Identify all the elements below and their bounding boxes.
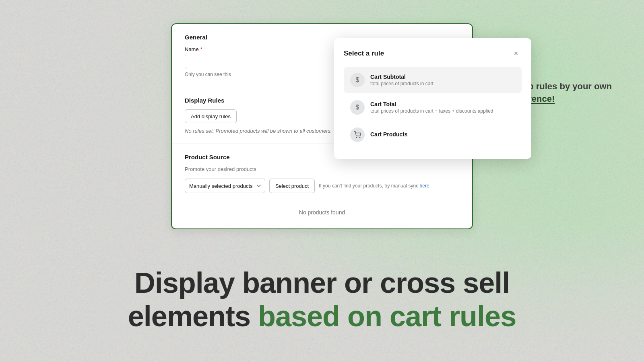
cart-total-name: Cart Total (370, 101, 493, 107)
cart-total-desc: total prices of products in cart + taxes… (370, 108, 493, 114)
cart-subtotal-name: Cart Subtotal (370, 74, 433, 80)
bottom-headline: Display banner or cross sellelements bas… (128, 266, 516, 333)
top-section: General Name * Only you can see this Dis… (0, 0, 644, 237)
rule-item-cart-subtotal[interactable]: $ Cart Subtotal total prices of products… (344, 67, 522, 93)
add-display-rules-button[interactable]: Add display rules (185, 109, 237, 123)
cart-subtotal-icon: $ (350, 73, 365, 87)
cart-subtotal-info: Cart Subtotal total prices of products i… (370, 74, 433, 86)
select-product-button[interactable]: Select product (269, 179, 315, 193)
product-source-subtitle: Promote your desired products (185, 166, 459, 172)
cart-subtotal-desc: total prices of products in cart (370, 81, 433, 86)
rule-item-cart-total[interactable]: $ Cart Total total prices of products in… (344, 95, 522, 120)
bottom-headline-green: based on cart rules (258, 300, 516, 332)
required-star: * (200, 46, 202, 52)
rule-modal: Select a rule × $ Cart Subtotal total pr… (334, 38, 531, 159)
content-wrapper: General Name * Only you can see this Dis… (0, 0, 644, 362)
svg-point-1 (359, 137, 360, 138)
no-products-text: No products found (185, 201, 459, 219)
product-controls: Manually selected products All products … (185, 179, 459, 193)
modal-close-button[interactable]: × (510, 48, 522, 59)
modal-header: Select a rule × (344, 48, 522, 59)
rule-item-cart-products[interactable]: Cart Products (344, 122, 522, 148)
cart-products-icon (350, 128, 365, 142)
cart-products-info: Cart Products (370, 131, 408, 138)
cart-products-name: Cart Products (370, 131, 408, 138)
sync-link[interactable]: here (420, 183, 429, 189)
sync-hint: If you can't find your products, try man… (319, 183, 429, 189)
product-source-dropdown[interactable]: Manually selected products All products … (185, 179, 265, 193)
bottom-section: Display banner or cross sellelements bas… (0, 237, 644, 362)
svg-point-0 (356, 137, 357, 138)
cart-total-icon: $ (350, 100, 365, 115)
modal-title: Select a rule (344, 49, 384, 58)
cart-total-info: Cart Total total prices of products in c… (370, 101, 493, 114)
